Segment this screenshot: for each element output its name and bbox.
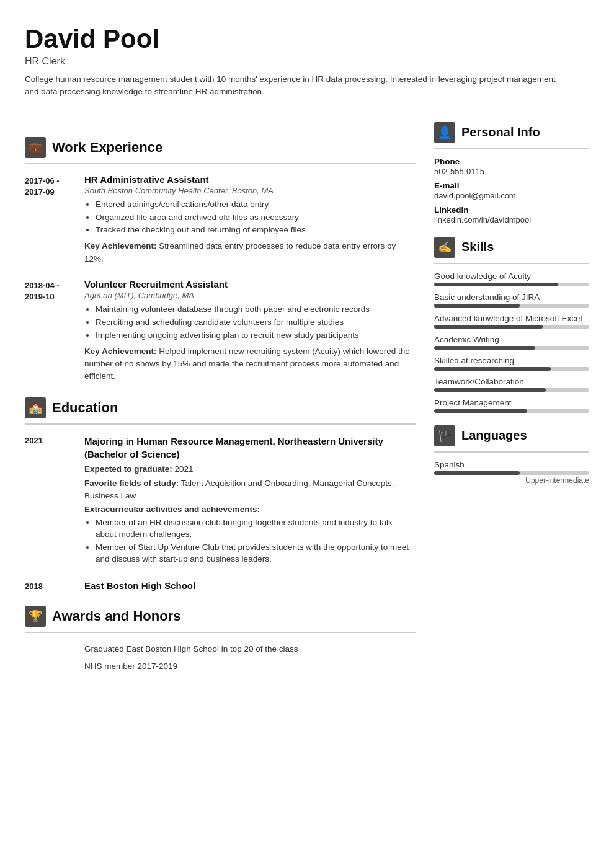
skill-item-4: Skilled at researching xyxy=(434,356,589,371)
bullet-item: Tracked the checking out and returning o… xyxy=(96,224,416,236)
email-label: E-mail xyxy=(434,181,589,190)
skill-item-3: Academic Writing xyxy=(434,335,589,350)
skill-bar-fill-6 xyxy=(434,409,527,413)
personal-divider xyxy=(434,148,589,149)
header-section: David Pool HR Clerk College human resour… xyxy=(25,25,589,99)
bullet-item: Implementing ongoing advertising plan to… xyxy=(96,330,416,342)
personal-icon: 👤 xyxy=(434,122,455,143)
languages-icon: 🏴 xyxy=(434,425,455,446)
skill-bar-fill-2 xyxy=(434,325,543,329)
edu-year-2: 2018 xyxy=(25,580,74,591)
work-title-1: HR Administrative Assistant xyxy=(84,174,416,185)
personal-section-header: 👤 Personal Info xyxy=(434,122,589,143)
edu-content-1: Majoring in Human Resource Management, N… xyxy=(84,435,416,569)
bullet-item: Member of an HR discussion club bringing… xyxy=(96,517,416,541)
edu-favorite: Favorite fields of study: Talent Acquisi… xyxy=(84,477,416,503)
bullet-item: Recruiting and scheduling candidate volu… xyxy=(96,317,416,329)
award-text-1: Graduated East Boston High School in top… xyxy=(84,643,298,655)
job-title: HR Clerk xyxy=(25,56,589,67)
award-spacer xyxy=(25,643,74,655)
work-content-2: Volunteer Recruitment Assistant AgeLab (… xyxy=(84,279,416,383)
languages-divider xyxy=(434,451,589,453)
work-entry-1: 2017-06 -2017-09 HR Administrative Assis… xyxy=(25,174,416,265)
skills-icon: ✍ xyxy=(434,237,455,258)
skill-bar-bg-6 xyxy=(434,409,589,413)
skills-section: ✍ Skills Good knowledge of Acuity Basic … xyxy=(434,237,589,413)
resume-wrapper: David Pool HR Clerk College human resour… xyxy=(0,0,614,868)
edu-expected: Expected to graduate: 2021 xyxy=(84,463,416,476)
edu-title-2: East Boston High School xyxy=(84,580,416,591)
work-date-1: 2017-06 -2017-09 xyxy=(25,174,74,265)
skill-name-4: Skilled at researching xyxy=(434,356,589,365)
award-text-2: NHS member 2017-2019 xyxy=(84,660,177,673)
awards-icon: 🏆 xyxy=(25,606,46,627)
linkedin-value: linkedin.com/in/davidmpool xyxy=(434,215,589,224)
skills-section-header: ✍ Skills xyxy=(434,237,589,258)
linkedin-label: LinkedIn xyxy=(434,205,589,215)
key-achievement-2: Key Achievement: Helped implement new re… xyxy=(84,345,416,383)
awards-section-header: 🏆 Awards and Honors xyxy=(25,606,416,627)
skill-item-1: Basic understanding of JIRA xyxy=(434,293,589,308)
education-section-header: 🏫 Education xyxy=(25,397,416,418)
lang-bar-bg-0 xyxy=(434,471,589,475)
awards-section-title: Awards and Honors xyxy=(52,608,180,624)
education-icon: 🏫 xyxy=(25,397,46,418)
education-section-title: Education xyxy=(52,400,118,416)
personal-section-title: Personal Info xyxy=(461,125,540,140)
award-entry-1: Graduated East Boston High School in top… xyxy=(25,643,416,655)
work-date-2: 2018-04 -2019-10 xyxy=(25,279,74,383)
work-subtitle-2: AgeLab (MIT), Cambridge, MA xyxy=(84,291,416,300)
skill-name-1: Basic understanding of JIRA xyxy=(434,293,589,302)
awards-section: 🏆 Awards and Honors Graduated East Bosto… xyxy=(25,606,416,673)
work-entry-2: 2018-04 -2019-10 Volunteer Recruitment A… xyxy=(25,279,416,383)
edu-year-1: 2021 xyxy=(25,435,74,569)
skill-bar-bg-2 xyxy=(434,325,589,329)
bullet-item: Entered trainings/certifications/other d… xyxy=(96,199,416,211)
lang-name-0: Spanish xyxy=(434,460,589,469)
education-divider xyxy=(25,423,416,425)
skill-item-0: Good knowledge of Acuity xyxy=(434,272,589,286)
skill-name-2: Advanced knowledge of Microsoft Excel xyxy=(434,314,589,323)
skills-section-title: Skills xyxy=(461,240,494,254)
skills-divider xyxy=(434,263,589,264)
work-section-header: 💼 Work Experience xyxy=(25,137,416,158)
skill-item-6: Project Management xyxy=(434,398,589,413)
personal-info-section: 👤 Personal Info Phone 502-555-0115 E-mai… xyxy=(434,122,589,224)
skill-bar-bg-1 xyxy=(434,304,589,308)
key-achievement-1: Key Achievement: Streamlined data entry … xyxy=(84,240,416,265)
work-divider xyxy=(25,163,416,164)
right-column: 👤 Personal Info Phone 502-555-0115 E-mai… xyxy=(434,122,589,490)
work-content-1: HR Administrative Assistant South Boston… xyxy=(84,174,416,265)
skill-bar-fill-0 xyxy=(434,283,558,286)
skill-name-3: Academic Writing xyxy=(434,335,589,344)
work-section-title: Work Experience xyxy=(52,140,162,156)
skill-item-2: Advanced knowledge of Microsoft Excel xyxy=(434,314,589,329)
skill-bar-bg-4 xyxy=(434,367,589,371)
award-spacer xyxy=(25,660,74,673)
work-bullets-2: Maintaining volunteer database through b… xyxy=(84,304,416,342)
languages-section-title: Languages xyxy=(461,428,527,443)
edu-title-1: Majoring in Human Resource Management, N… xyxy=(84,435,416,461)
awards-divider xyxy=(25,632,416,633)
education-section: 🏫 Education 2021 Majoring in Human Resou… xyxy=(25,397,416,591)
lang-level-0: Upper-intermediate xyxy=(434,476,589,485)
edu-entry-1: 2021 Majoring in Human Resource Manageme… xyxy=(25,435,416,569)
skill-bar-bg-0 xyxy=(434,283,589,286)
email-value: david.pool@gmail.com xyxy=(434,191,589,200)
skill-name-0: Good knowledge of Acuity xyxy=(434,272,589,281)
work-title-2: Volunteer Recruitment Assistant xyxy=(84,279,416,290)
award-entry-2: NHS member 2017-2019 xyxy=(25,660,416,673)
edu-extra-label: Extracurricular activities and achieveme… xyxy=(84,503,416,516)
lang-bar-fill-0 xyxy=(434,471,520,475)
phone-label: Phone xyxy=(434,157,589,166)
phone-value: 502-555-0115 xyxy=(434,167,589,176)
main-columns: 💼 Work Experience 2017-06 -2017-09 HR Ad… xyxy=(25,122,589,678)
left-column: 💼 Work Experience 2017-06 -2017-09 HR Ad… xyxy=(25,122,416,678)
work-icon: 💼 xyxy=(25,137,46,158)
skill-bar-fill-3 xyxy=(434,346,535,350)
skill-bar-fill-1 xyxy=(434,304,520,308)
skill-bar-fill-4 xyxy=(434,367,551,371)
languages-section-header: 🏴 Languages xyxy=(434,425,589,446)
skill-item-5: Teamwork/Collaboration xyxy=(434,377,589,392)
work-subtitle-1: South Boston Community Health Center, Bo… xyxy=(84,186,416,195)
